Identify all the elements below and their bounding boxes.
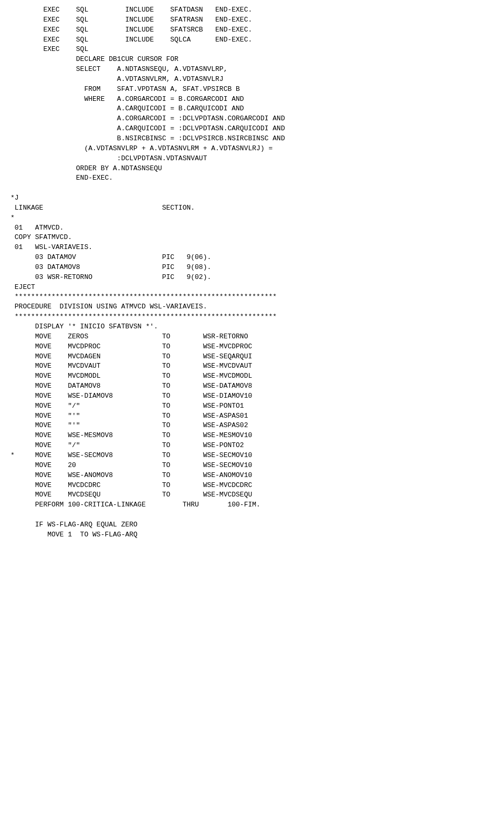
code-line: DECLARE DB1CUR CURSOR FOR bbox=[10, 55, 178, 63]
code-line: 03 WSR-RETORNO PIC 9(02). bbox=[10, 273, 211, 281]
code-line: MOVE WSE-DIAMOV8 TO WSE-DIAMOV10 bbox=[10, 392, 252, 400]
code-line: :DCLVPDTASN.VDTASNVAUT bbox=[10, 154, 207, 162]
code-line: * bbox=[10, 214, 15, 222]
code-line: MOVE "'" TO WSE-ASPAS02 bbox=[10, 421, 248, 429]
code-line: END-EXEC. bbox=[10, 174, 113, 182]
code-line: FROM SFAT.VPDTASN A, SFAT.VPSIRCB B bbox=[10, 85, 240, 93]
code-line: MOVE "'" TO WSE-ASPAS01 bbox=[10, 412, 248, 420]
code-line: PERFORM 100-CRITICA-LINKAGE THRU 100-FIM… bbox=[10, 501, 260, 509]
code-line: 01 WSL-VARIAVEIS. bbox=[10, 243, 92, 251]
code-line: MOVE "/" TO WSE-PONTO2 bbox=[10, 441, 244, 449]
code-line: 03 DATAMOV PIC 9(06). bbox=[10, 253, 211, 261]
code-line: COPY SFATMVCD. bbox=[10, 233, 72, 241]
code-line: EXEC SQL INCLUDE SFATDASN END-EXEC. bbox=[10, 6, 252, 14]
code-line: *J bbox=[10, 194, 19, 202]
code-line: 03 DATAMOV8 PIC 9(08). bbox=[10, 263, 211, 271]
code-line: LINKAGE SECTION. bbox=[10, 204, 195, 212]
code-line: EJECT bbox=[10, 283, 35, 291]
code-line: ****************************************… bbox=[10, 293, 277, 301]
code-line: SELECT A.NDTASNSEQU, A.VDTASNVLRP, bbox=[10, 65, 227, 73]
code-line: EXEC SQL INCLUDE SFATRASN END-EXEC. bbox=[10, 16, 252, 24]
code-line: MOVE MVCDSEQU TO WSE-MVCDSEQU bbox=[10, 491, 252, 499]
code-line: MOVE 20 TO WSE-SECMOV10 bbox=[10, 461, 252, 469]
code-line: MOVE "/" TO WSE-PONTO1 bbox=[10, 402, 244, 410]
code-line: (A.VDTASNVLRP + A.VDTASNVLRM + A.VDTASNV… bbox=[10, 144, 272, 152]
code-line: MOVE 1 TO WS-FLAG-ARQ bbox=[10, 531, 138, 539]
code-line: WHERE A.CORGARCODI = B.CORGARCODI AND bbox=[10, 95, 244, 103]
code-line: EXEC SQL bbox=[10, 45, 88, 53]
code-line: MOVE DATAMOV8 TO WSE-DATAMOV8 bbox=[10, 382, 252, 390]
code-line: ORDER BY A.NDTASNSEQU bbox=[10, 164, 162, 172]
code-line: EXEC SQL INCLUDE SQLCA END-EXEC. bbox=[10, 36, 252, 44]
code-line: DISPLAY '* INICIO SFATBVSN *'. bbox=[10, 323, 158, 330]
code-line: MOVE MVCDPROC TO WSE-MVCDPROC bbox=[10, 343, 252, 350]
code-line: EXEC SQL INCLUDE SFATSRCB END-EXEC. bbox=[10, 26, 252, 34]
code-line: A.CARQUICODI = :DCLVPDTASN.CARQUICODI AN… bbox=[10, 125, 285, 132]
code-line: MOVE ZEROS TO WSR-RETORNO bbox=[10, 333, 248, 340]
code-line: MOVE WSE-MESMOV8 TO WSE-MESMOV10 bbox=[10, 431, 252, 439]
code-line: MOVE WSE-ANOMOV8 TO WSE-ANOMOV10 bbox=[10, 471, 252, 479]
code-line: MOVE MVCDCDRC TO WSE-MVCDCDRC bbox=[10, 481, 252, 489]
code-line: A.CORGARCODI = :DCLVPDTASN.CORGARCODI AN… bbox=[10, 115, 285, 122]
code-line: ****************************************… bbox=[10, 313, 277, 320]
code-line: A.CARQUICODI = B.CARQUICODI AND bbox=[10, 105, 244, 112]
code-line: MOVE MVCDMODL TO WSE-MVCDMODL bbox=[10, 372, 252, 380]
code-line: IF WS-FLAG-ARQ EQUAL ZERO bbox=[10, 521, 138, 529]
code-line: MOVE MVCDAGEN TO WSE-SEQARQUI bbox=[10, 353, 252, 360]
code-line: A.VDTASNVLRM, A.VDTASNVLRJ bbox=[10, 75, 224, 83]
code-line: 01 ATMVCD. bbox=[10, 224, 64, 232]
code-line: MOVE MVCDVAUT TO WSE-MVCDVAUT bbox=[10, 362, 252, 370]
code-line: PROCEDURE DIVISION USING ATMVCD WSL-VARI… bbox=[10, 303, 207, 310]
code-content: EXEC SQL INCLUDE SFATDASN END-EXEC. EXEC… bbox=[10, 5, 494, 540]
code-line: B.NSIRCBINSC = :DCLVPSIRCB.NSIRCBINSC AN… bbox=[10, 134, 285, 142]
code-line: * MOVE WSE-SECMOV8 TO WSE-SECMOV10 bbox=[10, 451, 252, 459]
